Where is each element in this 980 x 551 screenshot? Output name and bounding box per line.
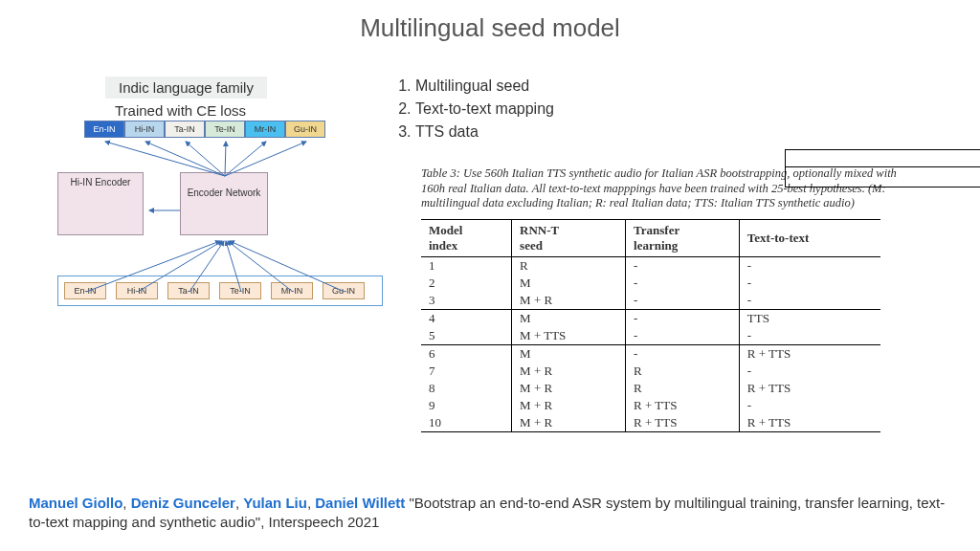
table-cell: - <box>626 309 740 327</box>
table-row: 8M + RRR + TTS0.65 <box>421 380 880 397</box>
lang-box: Ta-IN <box>167 282 210 299</box>
table-cell: M + R <box>512 397 626 414</box>
table-cell: M <box>512 309 626 327</box>
table-cell: 10 <box>421 414 512 432</box>
lang-box: Mr-IN <box>271 282 313 299</box>
table-header: Modelindex <box>421 219 512 256</box>
list-item: TTS data <box>415 121 928 143</box>
results-table: ModelindexRNN-TseedTransferlearningText-… <box>421 219 880 432</box>
author-link: Deniz Gunceler <box>131 495 235 511</box>
table-cell: - <box>626 327 740 345</box>
bullet-list: Multilingual seed Text-to-text mapping T… <box>415 75 928 143</box>
table-cell: - <box>739 397 880 414</box>
table-cell: M + R <box>512 380 626 397</box>
table-cell: M + R <box>512 292 626 310</box>
table-cell: - <box>626 256 740 275</box>
table-cell: R + TTS <box>739 344 880 363</box>
table-row: 2M--2.76 <box>421 275 880 292</box>
table-cell: 1 <box>421 256 512 275</box>
list-item: Text-to-text mapping <box>415 98 928 121</box>
table-cell: - <box>626 344 740 363</box>
table-cell: M <box>512 344 626 363</box>
lang-box: Te-IN <box>219 282 261 299</box>
table-cell: M + R <box>512 363 626 380</box>
input-lang-row: En-IN Hi-IN Ta-IN Te-IN Mr-IN Gu-IN <box>57 276 383 306</box>
list-item: Multilingual seed <box>415 75 928 98</box>
table-row: 9M + RR + TTS-0.56 <box>421 397 880 414</box>
table-cell: 3 <box>421 292 512 310</box>
table-cell: M + R <box>512 414 626 432</box>
table-cell: 9 <box>421 397 512 414</box>
table-cell: 7 <box>421 363 512 380</box>
lang-box: Gu-IN <box>285 121 325 138</box>
table-cell: - <box>739 275 880 292</box>
table-row: 10M + RR + TTSR + TTS0.54 <box>421 414 880 432</box>
table-cell: 5 <box>421 327 512 345</box>
table-cell: R + TTS <box>626 397 740 414</box>
svg-line-2 <box>186 142 225 176</box>
svg-line-3 <box>225 142 226 176</box>
table-header: RNN-Tseed <box>512 219 626 256</box>
table-cell: - <box>739 292 880 310</box>
table-row: 3M + R--1.80 <box>421 292 880 310</box>
lang-box: Hi-IN <box>116 282 158 299</box>
table-cell: R <box>512 256 626 275</box>
lang-box: Hi-IN <box>124 121 165 138</box>
author-link: Daniel Willett <box>315 495 405 511</box>
table-cell: - <box>739 256 880 275</box>
table-cell: 4 <box>421 309 512 327</box>
table-row: 1R--1.00 <box>421 256 880 275</box>
table-cell: M <box>512 275 626 292</box>
diagram-area: Indic language family Trained with CE lo… <box>57 77 383 306</box>
svg-line-5 <box>225 142 306 176</box>
table-cell: R <box>626 380 740 397</box>
table-cell: M + TTS <box>512 327 626 345</box>
table-cell: - <box>626 292 740 310</box>
svg-line-4 <box>225 142 266 176</box>
table-cell: R + TTS <box>739 380 880 397</box>
lang-box: En-IN <box>84 121 124 138</box>
table-row: 4M-TTS2.43 <box>421 309 880 327</box>
table-row: 6M-R + TTS1.61 <box>421 344 880 363</box>
svg-line-1 <box>145 142 225 176</box>
output-lang-row: En-IN Hi-IN Ta-IN Te-IN Mr-IN Gu-IN <box>84 121 383 138</box>
table-cell: R + TTS <box>739 414 880 432</box>
table-cell: - <box>739 327 880 345</box>
table-cell: R + TTS <box>626 414 740 432</box>
table-row: 5M + TTS--2.41 <box>421 327 880 345</box>
table-cell: 2 <box>421 275 512 292</box>
table-cell: 8 <box>421 380 512 397</box>
svg-line-0 <box>105 142 225 176</box>
table-header: Text-to-text <box>739 219 880 256</box>
slide-title: Multilingual seed model <box>0 13 980 43</box>
table-cell: 6 <box>421 344 512 363</box>
ce-loss-label: Trained with CE loss <box>115 102 383 119</box>
table-cell: TTS <box>739 309 880 327</box>
citation: Manuel Giollo, Deniz Gunceler, Yulan Liu… <box>29 494 951 533</box>
table-header-row: ModelindexRNN-TseedTransferlearningText-… <box>421 219 880 256</box>
table-cell: 0.54 <box>785 149 980 167</box>
right-content: Multilingual seed Text-to-text mapping T… <box>392 75 928 432</box>
table-header: Transferlearning <box>626 219 740 256</box>
table-cell: - <box>739 363 880 380</box>
table-row: 7M + RR-0.72 <box>421 363 880 380</box>
lang-box: En-IN <box>64 282 106 299</box>
family-label: Indic language family <box>105 77 267 99</box>
lang-box: Gu-IN <box>323 282 365 299</box>
hi-encoder-box: Hi-IN Encoder <box>57 172 144 235</box>
lang-box: Te-IN <box>205 121 245 138</box>
encoder-network-box: Encoder Network <box>180 172 268 235</box>
author-link: Manuel Giollo <box>29 495 122 511</box>
table-cell: R <box>626 363 740 380</box>
lang-box: Ta-IN <box>165 121 205 138</box>
lang-box: Mr-IN <box>245 121 285 138</box>
author-link: Yulan Liu <box>243 495 307 511</box>
table-cell: - <box>626 275 740 292</box>
